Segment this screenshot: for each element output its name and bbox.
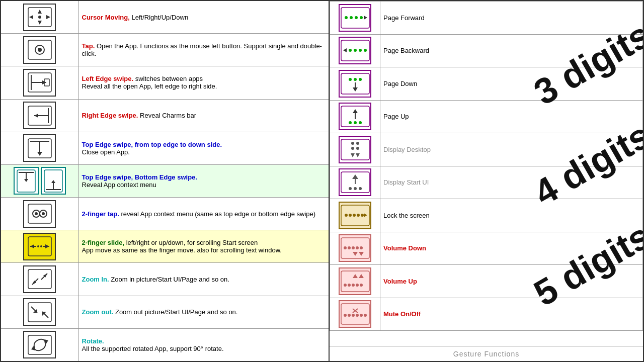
table-row: Zoom out. Zoom out picture/Start UI/Page… — [1, 296, 329, 328]
svg-point-95 — [353, 214, 356, 217]
display-desktop-icon — [332, 136, 378, 163]
svg-point-81 — [356, 142, 359, 145]
cursor-moving-icon — [3, 4, 76, 31]
svg-rect-42 — [28, 269, 51, 289]
svg-point-111 — [356, 284, 359, 287]
gesture-functions-footer: Gesture Functions — [330, 346, 643, 361]
mute-icon — [332, 300, 378, 328]
top-bottom-edge-icon — [3, 167, 76, 195]
svg-point-100 — [344, 246, 347, 249]
page-down-icon — [332, 70, 378, 98]
mute-label: Mute On/Off — [380, 298, 643, 331]
tap-icon — [3, 36, 76, 64]
svg-point-82 — [351, 147, 354, 150]
right-inner: 3 digits 4 digits 5 digits — [330, 1, 643, 361]
gesture-footer-text: Gesture Functions — [453, 350, 519, 358]
table-row: Page Up — [330, 100, 643, 133]
table-row: Right Edge swipe. Reveal Charms bar — [1, 99, 329, 132]
left-edge-swipe-icon — [3, 69, 76, 97]
two-finger-slide-desc: 2-finger slide, left/right or up/down, f… — [78, 230, 329, 263]
svg-point-65 — [359, 49, 362, 52]
svg-point-77 — [354, 121, 357, 124]
svg-point-120 — [360, 314, 363, 317]
svg-point-101 — [348, 246, 351, 249]
svg-point-64 — [354, 49, 357, 52]
top-bottom-edge-desc: Top Edge swipe, Bottom Edge swipe.Reveal… — [78, 164, 329, 197]
svg-point-83 — [356, 147, 359, 150]
table-row: Zoom In. Zoom in picture/Start UI/Page a… — [1, 263, 329, 296]
display-start-ui-icon — [332, 168, 378, 196]
svg-point-97 — [361, 214, 364, 217]
svg-rect-47 — [28, 303, 51, 322]
page-backward-icon — [332, 37, 378, 64]
right-edge-swipe-desc: Right Edge swipe. Reveal Charms bar — [78, 99, 329, 132]
svg-point-104 — [360, 246, 363, 249]
tap-desc: Tap. Open the App. Functions as the mous… — [78, 34, 329, 66]
svg-point-90 — [354, 187, 357, 190]
table-row: 2-finger tap. reveal App context menu (s… — [1, 198, 329, 230]
page-forward-icon — [332, 4, 378, 32]
page-up-label: Page Up — [380, 100, 643, 133]
svg-point-34 — [42, 212, 45, 215]
svg-point-108 — [344, 284, 347, 287]
volume-down-icon — [332, 234, 378, 262]
table-row: Cursor Moving, Left/Right/Up/Down — [1, 1, 329, 34]
two-finger-slide-icon — [3, 233, 76, 260]
right-edge-swipe-icon — [3, 102, 76, 129]
table-row: 2-finger slide, left/right or up/down, f… — [1, 230, 329, 263]
svg-point-118 — [352, 314, 355, 317]
svg-point-5 — [38, 16, 41, 19]
left-edge-swipe-desc: Left Edge swipe. switches between appsRe… — [78, 66, 329, 99]
table-row: Mute On/Off — [330, 298, 643, 331]
page-up-icon — [332, 103, 378, 130]
svg-point-121 — [364, 314, 367, 317]
top-edge-swipe-desc: Top Edge swipe, from top edge to down si… — [78, 132, 329, 164]
table-row: Top Edge swipe, from top edge to down si… — [1, 132, 329, 164]
lock-screen-label: Lock the screen — [380, 199, 643, 232]
svg-point-69 — [354, 78, 357, 81]
svg-point-110 — [352, 284, 355, 287]
right-section: 3 digits 4 digits 5 digits — [330, 0, 644, 362]
table-row: Top Edge swipe, Bottom Edge swipe.Reveal… — [1, 164, 329, 197]
svg-point-66 — [364, 49, 367, 52]
table-row: Tap. Open the App. Functions as the mous… — [1, 34, 329, 66]
table-row: Left Edge swipe. switches between appsRe… — [1, 66, 329, 99]
svg-point-78 — [359, 121, 362, 124]
rotate-icon — [3, 331, 76, 358]
page-forward-label: Page Forward — [380, 2, 643, 35]
svg-point-80 — [351, 142, 354, 145]
lock-screen-icon — [332, 202, 378, 229]
svg-point-103 — [356, 246, 359, 249]
svg-point-117 — [348, 314, 351, 317]
svg-point-91 — [359, 187, 362, 190]
svg-point-102 — [352, 246, 355, 249]
rotate-desc: Rotate.All the supported rotated App, su… — [78, 328, 329, 361]
svg-rect-79 — [341, 139, 369, 160]
svg-point-89 — [349, 187, 352, 190]
svg-point-93 — [345, 214, 348, 217]
two-finger-tap-icon — [3, 200, 76, 228]
table-row: Lock the screen — [330, 199, 643, 232]
svg-point-112 — [360, 284, 363, 287]
svg-point-41 — [40, 245, 42, 247]
svg-point-40 — [37, 245, 39, 247]
svg-point-58 — [355, 16, 358, 19]
zoom-in-desc: Zoom In. Zoom in picture/Start UI/Page a… — [78, 263, 329, 296]
table-row: Rotate.All the supported rotated App, su… — [1, 328, 329, 361]
svg-point-119 — [356, 314, 359, 317]
svg-point-8 — [38, 48, 42, 52]
two-finger-tap-desc: 2-finger tap. reveal App context menu (s… — [78, 198, 329, 230]
right-table-wrap: 3 digits 4 digits 5 digits — [330, 1, 643, 346]
left-gesture-table: Cursor Moving, Left/Right/Up/Down — [0, 0, 330, 362]
table-row: Page Forward — [330, 2, 643, 35]
svg-point-59 — [360, 16, 363, 19]
svg-point-109 — [348, 284, 351, 287]
zoom-out-icon — [3, 298, 76, 326]
cursor-moving-desc: Cursor Moving, Left/Right/Up/Down — [78, 1, 329, 34]
svg-point-94 — [349, 214, 352, 217]
volume-up-icon — [332, 267, 378, 295]
zoom-in-icon — [3, 265, 76, 293]
svg-rect-52 — [28, 335, 51, 354]
svg-point-63 — [349, 49, 352, 52]
svg-point-76 — [349, 121, 352, 124]
